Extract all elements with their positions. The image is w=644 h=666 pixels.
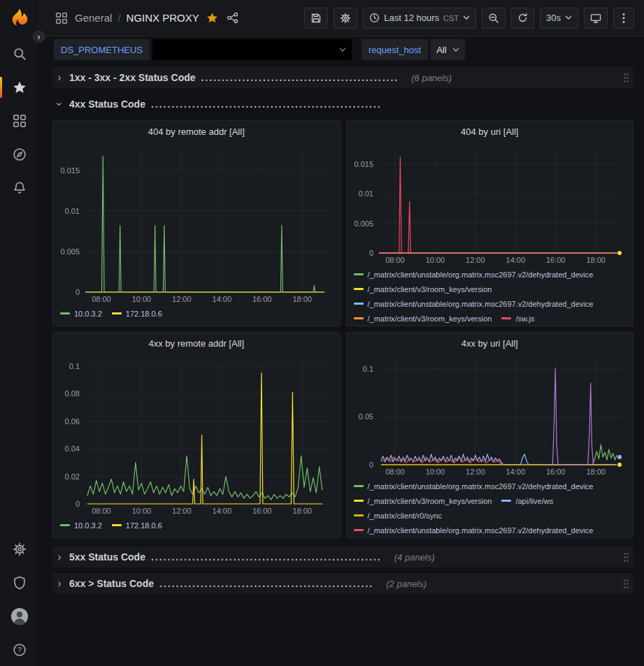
row-5xx[interactable]: › 5xx Status Code ......................… (52, 546, 634, 567)
panel-legend: /_matrix/client/unstable/org.matrix.msc2… (347, 266, 634, 326)
row-drag-handle[interactable] (623, 552, 629, 563)
legend-marker (354, 303, 364, 305)
svg-text:0.1: 0.1 (362, 365, 373, 373)
request-host-variable-value[interactable]: All (431, 39, 464, 60)
svg-text:0.04: 0.04 (65, 444, 80, 453)
svg-text:0.01: 0.01 (65, 207, 80, 215)
svg-text:08:00: 08:00 (385, 256, 405, 264)
svg-text:16:00: 16:00 (252, 295, 272, 303)
svg-text:16:00: 16:00 (252, 507, 272, 515)
sidebar-item-profile[interactable] (0, 605, 38, 628)
breadcrumb-separator: / (117, 12, 120, 24)
legend-marker (112, 312, 122, 314)
refresh-button[interactable] (511, 8, 534, 29)
cycle-view-mode-button[interactable] (584, 8, 608, 29)
svg-text:0.06: 0.06 (65, 417, 80, 426)
legend-item[interactable]: /_matrix/client/unstable/org.matrix.msc2… (354, 479, 594, 493)
svg-text:0: 0 (76, 288, 80, 296)
time-range-picker[interactable]: Last 12 hours CST (363, 8, 476, 29)
row-4xx[interactable]: › 4xx Status Code ......................… (52, 94, 634, 115)
request-host-variable-label[interactable]: request_host (362, 39, 428, 60)
svg-text:0.08: 0.08 (65, 389, 80, 398)
sidebar-item-search[interactable] (0, 42, 38, 66)
svg-text:12:00: 12:00 (172, 507, 192, 515)
sidebar-item-server-admin[interactable] (0, 571, 38, 595)
row-panel-count: (4 panels) (394, 552, 435, 563)
row-drag-handle[interactable] (623, 73, 629, 83)
share-button[interactable] (225, 12, 240, 24)
legend-item[interactable]: 10.0.3.2 (60, 518, 102, 533)
datasource-variable-value[interactable] (152, 39, 352, 60)
svg-text:12:00: 12:00 (466, 468, 485, 476)
row-drag-handle[interactable] (623, 579, 629, 589)
sidebar-expand-button[interactable]: › (33, 31, 45, 43)
breadcrumb: General / NGINX PROXY (54, 12, 299, 24)
legend-item[interactable]: 172.18.0.6 (112, 518, 162, 533)
legend-item[interactable]: /_matrix/client/v3/room_keys/version (354, 311, 492, 326)
legend-item[interactable]: /_matrix/client/unstable/org.matrix.msc2… (354, 267, 594, 282)
breadcrumb-section[interactable]: General (75, 12, 112, 24)
legend-marker (354, 485, 364, 487)
sidebar-item-dashboards[interactable] (0, 109, 38, 133)
timeseries-chart[interactable]: 08:0010:0012:0014:0016:0018:0000.0050.01… (347, 142, 634, 266)
datasource-variable-label[interactable]: DS_PROMETHEUS (54, 39, 150, 60)
refresh-interval-picker[interactable]: 30s (540, 8, 578, 29)
dashboards-folder-button[interactable] (54, 12, 69, 24)
star-icon (206, 12, 218, 24)
row-panel-count: (6 panels) (411, 73, 452, 83)
svg-text:08:00: 08:00 (385, 468, 405, 476)
more-options-button[interactable] (613, 8, 634, 29)
legend-item[interactable]: /_matrix/client/unstable/org.matrix.msc2… (354, 296, 594, 311)
zoom-out-button[interactable] (482, 8, 506, 29)
sidebar-item-explore[interactable] (0, 143, 38, 166)
save-dashboard-button[interactable] (304, 8, 328, 29)
sidebar-item-help[interactable]: ? (0, 638, 38, 662)
sidebar: ? (0, 0, 38, 666)
legend-item[interactable]: /api/live/ws (501, 493, 553, 508)
legend-item[interactable]: /sw.js (501, 311, 534, 326)
legend-marker (354, 529, 364, 531)
dashboard-content: › 1xx - 3xx - 2xx Status Code ..........… (38, 63, 644, 666)
grafana-logo[interactable] (6, 6, 33, 32)
timeseries-chart[interactable]: 08:0010:0012:0014:0016:0018:0000.050.1 (347, 354, 634, 477)
row-title-dots: ........................................… (201, 72, 399, 83)
grafana-app: ? › General / NGINX PROXY (0, 0, 644, 666)
sidebar-top-nav (0, 42, 38, 200)
sidebar-item-starred[interactable] (0, 75, 38, 99)
dashboard-settings-button[interactable] (334, 8, 357, 29)
svg-text:10:00: 10:00 (132, 295, 152, 303)
kebab-icon (622, 13, 625, 24)
timeseries-chart[interactable]: 08:0010:0012:0014:0016:0018:0000.0050.01… (53, 142, 340, 305)
legend-item[interactable]: /_matrix/client/v3/room_keys/version (354, 493, 492, 508)
dashboard-title[interactable]: NGINX PROXY (127, 12, 199, 24)
row-1xx-3xx-2xx[interactable]: › 1xx - 3xx - 2xx Status Code ..........… (52, 67, 634, 88)
svg-text:10:00: 10:00 (425, 256, 445, 264)
drag-handle-icon (623, 73, 629, 83)
timeseries-chart[interactable]: 08:0010:0012:0014:0016:0018:0000.020.040… (53, 354, 340, 516)
svg-text:0.02: 0.02 (65, 472, 80, 481)
shield-icon (13, 576, 27, 590)
panel-title[interactable]: 404 by remote addr [All] (53, 121, 340, 142)
panel-title[interactable]: 4xx by remote addr [All] (53, 333, 340, 354)
chevron-right-icon: › (55, 71, 64, 84)
sidebar-item-alerting[interactable] (0, 176, 38, 200)
legend-item[interactable]: /_matrix/client/r0/sync (354, 508, 442, 523)
sidebar-item-configuration[interactable] (0, 537, 38, 561)
panel-title[interactable]: 404 by uri [All] (347, 121, 634, 142)
legend-item[interactable]: 10.0.3.2 (60, 306, 102, 321)
legend-label: /_matrix/client/unstable/org.matrix.msc2… (368, 270, 594, 279)
svg-text:0.015: 0.015 (354, 160, 373, 168)
row-6xx[interactable]: › 6xx > Status Code ....................… (52, 573, 634, 594)
panel-title[interactable]: 4xx by uri [All] (347, 333, 634, 354)
variables-bar: DS_PROMETHEUS request_host All (38, 36, 644, 63)
legend-item[interactable]: /_matrix/client/unstable/org.matrix.msc2… (354, 523, 594, 537)
svg-text:14:00: 14:00 (213, 507, 232, 515)
chevron-right-icon: › (55, 577, 64, 590)
svg-text:14:00: 14:00 (213, 295, 232, 303)
favorite-star-button[interactable] (205, 12, 220, 24)
svg-text:14:00: 14:00 (506, 468, 525, 476)
legend-item[interactable]: 172.18.0.6 (112, 306, 162, 321)
legend-item[interactable]: /_matrix/client/v3/room_keys/version (354, 282, 492, 296)
svg-text:18:00: 18:00 (292, 507, 312, 515)
legend-label: /_matrix/client/unstable/org.matrix.msc2… (368, 526, 594, 535)
